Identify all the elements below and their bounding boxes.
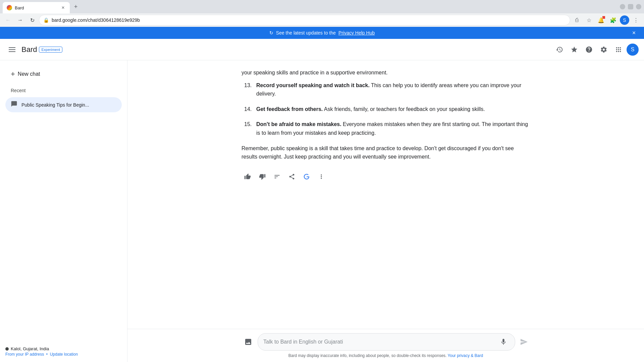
tip-rest: Ask friends, family, or teachers for fee… [323, 106, 485, 112]
refresh-button[interactable]: ↻ [27, 15, 38, 25]
ip-address-text: From your IP address [5, 352, 44, 357]
chrome-menu-button[interactable]: ⋮ [631, 15, 641, 25]
microphone-button[interactable] [497, 336, 509, 348]
logo-text: Bard [21, 45, 37, 54]
share-page-button[interactable]: ⎙ [572, 15, 582, 25]
action-bar [241, 165, 530, 191]
tip-bold: Don't be afraid to make mistakes. [256, 121, 341, 127]
tip-text: Don't be afraid to make mistakes. Everyo… [256, 120, 530, 137]
banner-text: See the latest updates to the [276, 30, 336, 36]
app-header: Bard Experiment S [0, 39, 644, 60]
tip-bold: Record yourself speaking and watch it ba… [256, 82, 370, 88]
minimize-button[interactable] [620, 4, 625, 9]
browser-toolbar: ← → ↻ 🔒 bard.google.com/chat/d3064128619… [0, 13, 644, 27]
new-chat-label: New chat [18, 71, 40, 77]
toolbar-actions: ⎙ ☆ 🔔 🧩 S ⋮ [572, 15, 641, 25]
chat-area: your speaking skills and practice in a s… [127, 60, 644, 362]
more-options-button[interactable] [315, 171, 327, 183]
browser-titlebar: Bard ✕ + [0, 0, 644, 13]
profile-button[interactable]: S [620, 15, 629, 25]
lock-icon: 🔒 [43, 17, 49, 23]
bookmark-button[interactable]: ☆ [584, 15, 594, 25]
back-button[interactable]: ← [3, 15, 13, 25]
help-button[interactable] [582, 43, 596, 56]
experiment-badge: Experiment [39, 47, 62, 53]
notifications-button[interactable]: 🔔 [596, 15, 606, 25]
input-area: Bard may display inaccurate info, includ… [127, 329, 644, 362]
privacy-help-hub-link[interactable]: Privacy Help Hub [338, 30, 375, 36]
partial-above-text: your speaking skills and practice in a s… [241, 68, 530, 77]
tip-number: 14. [244, 105, 255, 114]
sidebar: + New chat Recent Public Speaking Tips f… [0, 60, 127, 362]
header-actions: S [553, 43, 639, 56]
tip-text: Record yourself speaking and watch it ba… [256, 81, 530, 98]
tip-number: 15. [244, 120, 255, 137]
user-avatar[interactable]: S [627, 44, 639, 56]
message-content: your speaking skills and practice in a s… [241, 68, 530, 191]
bard-favicon [7, 5, 12, 10]
app-container: ↻ See the latest updates to the Privacy … [0, 27, 644, 362]
privacy-banner: ↻ See the latest updates to the Privacy … [0, 27, 644, 39]
chat-item-title: Public Speaking Tips for Begin... [21, 102, 89, 108]
chat-messages: your speaking skills and practice in a s… [127, 60, 644, 329]
privacy-link[interactable]: Your privacy & Bard [448, 353, 483, 358]
extensions-button[interactable]: 🧩 [608, 15, 619, 25]
svg-rect-0 [9, 47, 15, 48]
list-item: 15. Don't be afraid to make mistakes. Ev… [241, 120, 530, 137]
svg-rect-2 [9, 51, 15, 52]
disclaimer-text: Bard may display inaccurate info, includ… [241, 351, 530, 359]
close-window-button[interactable] [636, 4, 641, 9]
image-upload-button[interactable] [241, 335, 255, 349]
tip-number: 13. [244, 81, 255, 98]
list-item: 13. Record yourself speaking and watch i… [241, 81, 530, 98]
chat-input[interactable] [263, 339, 495, 345]
browser-chrome: Bard ✕ + ← → ↻ 🔒 bard.google.com/chat/d3… [0, 0, 644, 27]
recent-section-label: Recent [5, 85, 122, 95]
share-button[interactable] [286, 171, 298, 183]
closing-paragraph: Remember, public speaking is a skill tha… [241, 144, 530, 161]
hamburger-menu-button[interactable] [5, 43, 19, 56]
recent-chat-item[interactable]: Public Speaking Tips for Begin... [5, 97, 122, 112]
forward-button[interactable]: → [15, 15, 25, 25]
browser-tab[interactable]: Bard ✕ [3, 2, 70, 13]
update-location-link[interactable]: Update location [50, 352, 78, 357]
send-button[interactable] [518, 336, 530, 348]
history-button[interactable] [553, 43, 566, 56]
tab-close-button[interactable]: ✕ [60, 5, 66, 10]
refresh-icon: ↻ [269, 30, 273, 36]
tip-text: Get feedback from others. Ask friends, f… [256, 105, 485, 114]
disclaimer-content: Bard may display inaccurate info, includ… [288, 353, 448, 358]
location-dot-icon [5, 347, 9, 351]
location-sub: From your IP address • Update location [5, 352, 122, 357]
settings-button[interactable] [597, 43, 610, 56]
list-item: 14. Get feedback from others. Ask friend… [241, 105, 530, 114]
input-row [241, 333, 530, 351]
new-tab-button[interactable]: + [71, 2, 80, 11]
svg-rect-1 [9, 49, 15, 50]
main-layout: + New chat Recent Public Speaking Tips f… [0, 60, 644, 362]
app-logo: Bard Experiment [21, 45, 62, 54]
banner-close-button[interactable]: × [629, 28, 639, 38]
thumbs-down-button[interactable] [256, 171, 268, 183]
tips-list: 13. Record yourself speaking and watch i… [241, 81, 530, 137]
address-bar[interactable]: 🔒 bard.google.com/chat/d3064128619e929b [39, 15, 570, 25]
plus-icon: + [11, 70, 15, 78]
maximize-button[interactable] [628, 4, 633, 9]
thumbs-up-button[interactable] [241, 171, 254, 183]
modify-response-button[interactable] [271, 171, 283, 183]
location-city: Kalol, Gujarat, India [11, 346, 49, 351]
new-chat-button[interactable]: + New chat [5, 66, 46, 82]
star-button[interactable] [568, 43, 581, 56]
tip-bold: Get feedback from others. [256, 106, 323, 112]
apps-button[interactable] [612, 43, 625, 56]
url-text: bard.google.com/chat/d3064128619e929b [52, 17, 566, 23]
location-section: Kalol, Gujarat, India From your IP addre… [5, 333, 122, 357]
text-input-container[interactable] [258, 333, 515, 351]
google-search-button[interactable] [301, 171, 313, 183]
tab-title: Bard [15, 5, 58, 10]
chat-icon [11, 101, 17, 109]
